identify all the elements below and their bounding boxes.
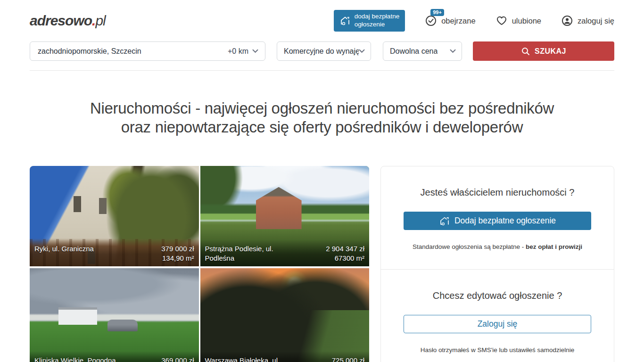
radius-value: +0 km (228, 47, 248, 56)
search-section: zachodniopomorskie, Szczecin +0 km Komer… (30, 41, 614, 71)
listing-card[interactable]: Ryki, ul. Graniczna 379 000 zł 134,90 m² (30, 166, 199, 266)
logo-name: adresowo (30, 13, 92, 28)
category-select[interactable]: Komercyjne do wynaję (277, 41, 371, 61)
add-free-listing-label: Dodaj bezpłatne ogłoszenie (454, 216, 556, 226)
hero: Nieruchomości - najwięcej ogłoszeń nieru… (0, 99, 644, 137)
site-logo[interactable]: adresowo.pl (30, 13, 106, 29)
listing-location: Ryki, ul. Graniczna (34, 244, 94, 254)
chevron-down-icon (359, 49, 365, 53)
logo-tld: pl (95, 13, 105, 28)
nav-item-login[interactable]: zaloguj się (561, 15, 614, 27)
owner-section-title: Jesteś właścicielem nieruchomości ? (404, 187, 591, 198)
owner-section: Jesteś właścicielem nieruchomości ? Doda… (381, 166, 614, 269)
add-free-listing-button[interactable]: Dodaj bezpłatne ogłoszenie (404, 212, 591, 230)
nav-item-label: obejrzane (441, 16, 475, 25)
listing-area: 67300 m² (326, 254, 364, 263)
chevron-down-icon (450, 49, 456, 53)
header-nav: dodaj bezpłatne ogłoszenie 99+ obejrzane (334, 10, 614, 32)
heart-icon (495, 15, 508, 27)
price-value: Dowolna cena (390, 47, 438, 56)
radius-select[interactable]: +0 km (228, 47, 265, 56)
location-input[interactable]: zachodniopomorskie, Szczecin +0 km (30, 41, 265, 61)
price-select[interactable]: Dowolna cena (383, 41, 462, 61)
search-button-label: SZUKAJ (535, 47, 566, 56)
listing-price: 2 904 347 zł (326, 244, 364, 254)
listing-area: 134,90 m² (161, 254, 194, 263)
check-circle-icon (425, 15, 437, 27)
search-button[interactable]: SZUKAJ (473, 41, 614, 61)
listing-overlay: Kliniska Wielkie, Pogodna 369 000 zł (30, 351, 199, 362)
listing-price-area: 725 000 zł (332, 356, 364, 362)
listing-card[interactable]: Pstrążna Podlesie, ul. Podleśna 2 904 34… (200, 166, 370, 266)
site-header: adresowo.pl dodaj bezpłatne ogłoszenie (30, 0, 614, 41)
listing-price-area: 369 000 zł (161, 356, 194, 362)
listings-grid: Ryki, ul. Graniczna 379 000 zł 134,90 m²… (30, 166, 369, 362)
owner-section-note: Standardowe ogłoszenia są bezpłatne - be… (404, 243, 591, 250)
user-circle-icon (561, 15, 573, 27)
login-button-label: Zaloguj się (478, 319, 518, 329)
listing-location: Warszawa Białołęka, ul. (205, 356, 280, 362)
edit-section-note: Hasło otrzymałeś w SMS'ie lub ustawiłeś … (404, 346, 591, 354)
search-icon (521, 47, 530, 56)
listing-price: 725 000 zł (332, 356, 364, 362)
listing-card[interactable]: Warszawa Białołęka, ul. 725 000 zł (200, 268, 370, 362)
listing-photo (30, 268, 199, 362)
house-plus-icon (339, 15, 351, 26)
listing-overlay: Pstrążna Podlesie, ul. Podleśna 2 904 34… (200, 239, 370, 266)
add-listing-label: dodaj bezpłatne ogłoszenie (355, 13, 399, 29)
house-plus-icon (439, 215, 450, 227)
listing-price-area: 379 000 zł 134,90 m² (161, 244, 194, 263)
listing-location: Kliniska Wielkie, Pogodna (34, 356, 116, 362)
login-button[interactable]: Zaloguj się (404, 315, 591, 333)
viewed-count-badge: 99+ (430, 9, 444, 16)
nav-item-favorites[interactable]: ulubione (495, 15, 541, 27)
nav-item-label: ulubione (512, 16, 541, 25)
listing-overlay: Ryki, ul. Graniczna 379 000 zł 134,90 m² (30, 239, 199, 266)
location-value[interactable]: zachodniopomorskie, Szczecin (30, 47, 228, 56)
nav-item-viewed[interactable]: 99+ obejrzane (425, 15, 475, 27)
listing-price: 379 000 zł (161, 244, 194, 254)
page-title: Nieruchomości - najwięcej ogłoszeń nieru… (0, 99, 644, 137)
edit-section: Chcesz edytować ogłoszenie ? Zaloguj się… (381, 269, 614, 362)
chevron-down-icon (252, 49, 258, 53)
nav-item-label: zaloguj się (578, 16, 614, 25)
listing-location: Pstrążna Podlesie, ul. Podleśna (205, 244, 297, 263)
add-listing-button[interactable]: dodaj bezpłatne ogłoszenie (334, 10, 405, 32)
sidebar-panel: Jesteś właścicielem nieruchomości ? Doda… (380, 166, 614, 362)
listing-card[interactable]: Kliniska Wielkie, Pogodna 369 000 zł (30, 268, 199, 362)
listing-overlay: Warszawa Białołęka, ul. 725 000 zł (200, 351, 370, 362)
category-value: Komercyjne do wynaję (284, 47, 359, 56)
listing-price: 369 000 zł (161, 356, 194, 362)
listing-photo (200, 268, 370, 362)
edit-section-title: Chcesz edytować ogłoszenie ? (404, 290, 591, 301)
listing-price-area: 2 904 347 zł 67300 m² (326, 244, 364, 263)
